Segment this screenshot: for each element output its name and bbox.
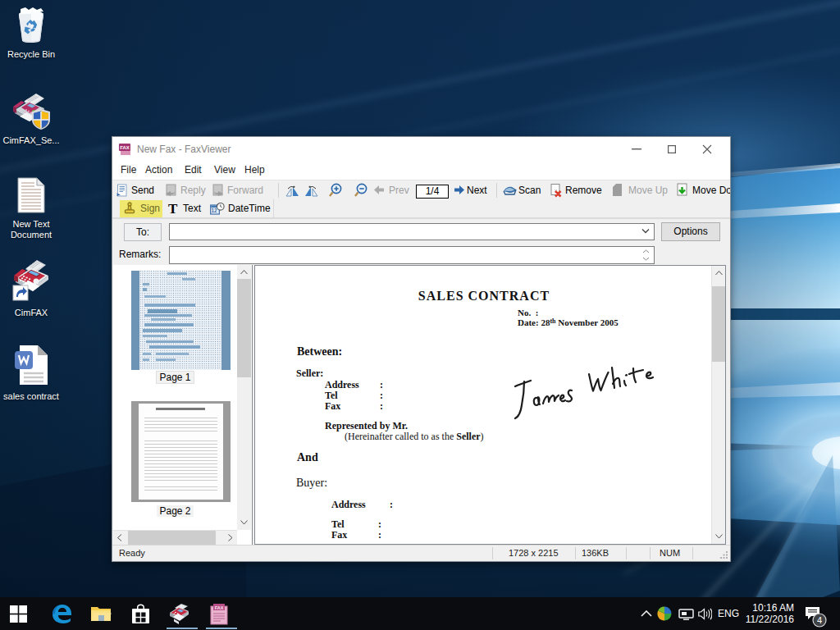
svg-text:4: 4 (817, 615, 822, 625)
svg-text:FAX: FAX (215, 605, 224, 610)
svg-text:FAX: FAX (120, 145, 130, 150)
svg-text:12: 12 (211, 208, 217, 213)
